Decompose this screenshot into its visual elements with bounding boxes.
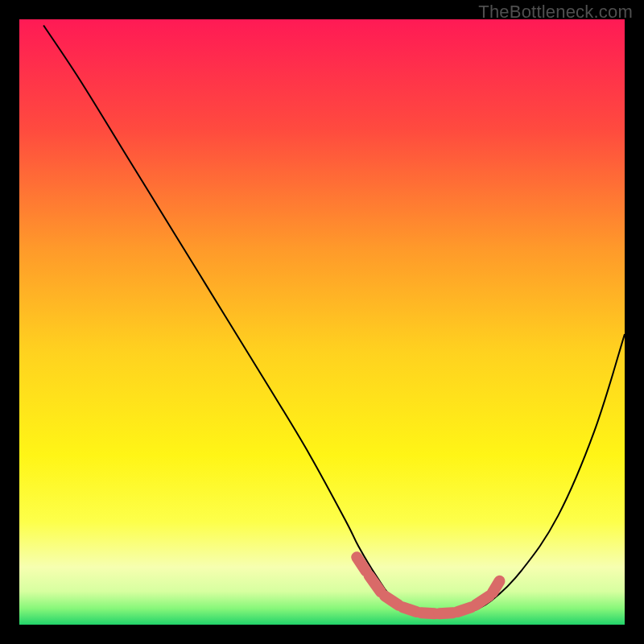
highlight-segment xyxy=(476,596,489,605)
chart-frame: TheBottleneck.com xyxy=(0,0,644,644)
chart-plot-area xyxy=(19,19,625,625)
gradient-background xyxy=(19,19,625,625)
highlight-segment xyxy=(357,557,365,571)
highlight-segment xyxy=(457,607,471,612)
highlight-segment xyxy=(421,613,435,613)
highlight-segment xyxy=(493,581,500,592)
watermark-text: TheBottleneck.com xyxy=(478,2,633,23)
highlight-segment xyxy=(385,596,398,605)
chart-svg xyxy=(19,19,625,625)
highlight-segment xyxy=(440,613,453,613)
highlight-segment xyxy=(402,607,416,612)
